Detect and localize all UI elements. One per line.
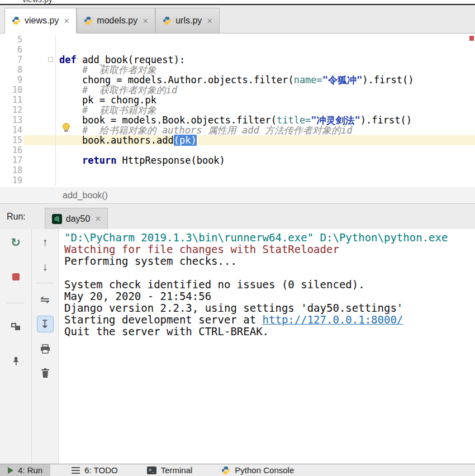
console-line: System check identified no issues (0 sil… [64,279,475,291]
toolwindow-button-python-console[interactable]: Python Console [213,464,302,476]
editor-line-17[interactable]: 17 return HttpResponse(book) [0,155,475,165]
run-console-output[interactable]: "D:\PyCharm 2019.1.3\bin\runnerw64.exe" … [59,229,475,464]
editor-tab-models-py[interactable]: models.py× [77,8,155,33]
code-token: (pk) [174,135,197,146]
code-token: pk = chong.pk [59,94,156,106]
terminal-icon: >_ [147,467,156,474]
tab-label: views.py [25,16,59,26]
editor-line-14[interactable]: 14 # 给书籍对象的 authors 属性用 add 方法传作者对象的id [0,125,475,135]
line-number: 15 [0,135,23,145]
console-text: Watching for file changes with StatReloa… [64,243,339,255]
run-console-area: ↻ ↑ ↓ ⇋ ↧ [0,229,475,464]
editor-line-19[interactable]: 19 [0,175,475,185]
top-clipped-toolbar: views.py [0,0,475,5]
toolwindow-label: 4: Run [18,465,42,475]
prev-occurrence-button[interactable]: ↑ [37,234,54,250]
gutter [23,115,56,125]
gutter [23,75,56,85]
pin-button[interactable] [7,353,24,369]
toolwindow-button-terminal[interactable]: >_Terminal [139,464,201,476]
console-line [64,267,475,279]
editor-tab-views-py[interactable]: views.py× [4,8,77,34]
arrow-up-icon: ↑ [42,236,48,247]
tab-close-icon[interactable]: × [95,214,101,223]
django-icon: dj [52,214,62,224]
code-text: # 获取书籍对象 [56,105,475,115]
editor-tab-urls-py[interactable]: urls.py× [155,8,220,33]
code-token: book = models.Book.objects.filter( [59,115,277,126]
next-occurrence-button[interactable]: ↓ [37,258,54,275]
code-text: pk = chong.pk [56,95,475,105]
fold-marker-icon[interactable] [48,57,53,62]
soft-wrap-icon: ⇋ [40,294,50,305]
breadcrumb-item-function[interactable]: add_book() [63,191,108,201]
toolwindow-label: 6: TODO [84,465,117,475]
code-editor[interactable]: 567def add_book(request):8 # 获取作者对象9 cho… [0,34,475,187]
soft-wrap-button[interactable]: ⇋ [37,291,54,308]
python-icon [163,16,172,25]
intention-bulb-icon[interactable] [63,123,70,130]
stop-button[interactable] [7,268,24,285]
editor-line-15[interactable]: 15 book.authors.add(pk) [0,135,475,145]
editor-line-11[interactable]: 11 pk = chong.pk [0,95,475,105]
editor-line-9[interactable]: 9 chong = models.Author.objects.filter(n… [0,75,475,85]
line-number: 5 [0,35,23,45]
editor-line-12[interactable]: 12 # 获取书籍对象 [0,105,475,115]
gutter [23,135,56,145]
tab-close-icon[interactable]: × [64,16,69,26]
toolbar-divider [36,283,54,283]
clear-console-button[interactable] [37,365,54,382]
toolwindow-button-4-run[interactable]: 4: Run [0,464,50,476]
python-icon [221,466,230,475]
gutter [23,55,56,65]
tab-close-icon[interactable]: × [142,16,148,26]
console-line: May 20, 2020 - 21:54:56 [64,291,475,302]
rerun-button[interactable]: ↻ [7,234,24,250]
code-token: ).first() [362,74,414,85]
code-token: "令狐冲" [322,74,362,85]
code-text: def add_book(request): [56,55,475,65]
tab-label: urls.py [175,16,202,26]
scroll-to-end-button[interactable]: ↧ [37,316,54,332]
editor-line-10[interactable]: 10 # 获取作者对象的id [0,85,475,95]
console-text: "D:\PyCharm 2019.1.3\bin\runnerw64.exe" … [64,231,448,244]
editor-line-18[interactable]: 18 [0,165,475,175]
line-number: 17 [0,155,23,165]
editor-line-8[interactable]: 8 # 获取作者对象 [0,65,475,75]
run-config-tab-day50[interactable]: dj day50 × [45,208,108,229]
print-button[interactable] [37,340,54,357]
code-text: # 获取作者对象的id [56,85,475,95]
console-line: Quit the server with CTRL-BREAK. [64,326,475,337]
editor-tab-bar: views.py×models.py×urls.py× [0,5,475,34]
code-text [56,145,475,155]
editor-line-16[interactable]: 16 [0,145,475,155]
gutter [23,95,56,105]
layout-icon [11,323,20,330]
console-text: Performing system checks... [64,255,237,267]
code-token: HttpResponse(book) [116,155,225,166]
code-token: "冲灵剑法" [311,115,360,126]
console-url-link[interactable]: http://127.0.0.1:8000/ [263,313,403,326]
editor-line-6[interactable]: 6 [0,45,475,55]
pycharm-window: views.py views.py×models.py×urls.py× 567… [0,0,475,476]
error-stripe-mark[interactable] [469,36,474,41]
code-token: chong = models.Author.objects.filter( [59,74,294,85]
toolwindow-button-6-todo[interactable]: 6: TODO [64,464,125,476]
editor-line-13[interactable]: 13 book = models.Book.objects.filter(tit… [0,115,475,125]
line-number: 18 [0,165,23,175]
console-text: Django version 2.2.3, using settings 'da… [64,302,403,314]
line-number: 13 [0,115,23,125]
code-text [56,45,475,55]
editor-line-5[interactable]: 5 [0,35,475,45]
console-text: System check identified no issues (0 sil… [64,278,365,291]
breadcrumbs-bar: add_book() [0,187,475,204]
restore-layout-button[interactable] [7,318,24,335]
code-token [59,64,82,75]
nav-breadcrumb-clipped: views.py [22,0,53,4]
gutter [23,125,56,135]
tab-close-icon[interactable]: × [207,16,212,26]
editor-line-7[interactable]: 7def add_book(request): [0,55,475,65]
code-text: chong = models.Author.objects.filter(nam… [56,75,475,85]
code-text: # 给书籍对象的 authors 属性用 add 方法传作者对象的id [56,125,475,135]
line-number: 11 [0,95,23,105]
